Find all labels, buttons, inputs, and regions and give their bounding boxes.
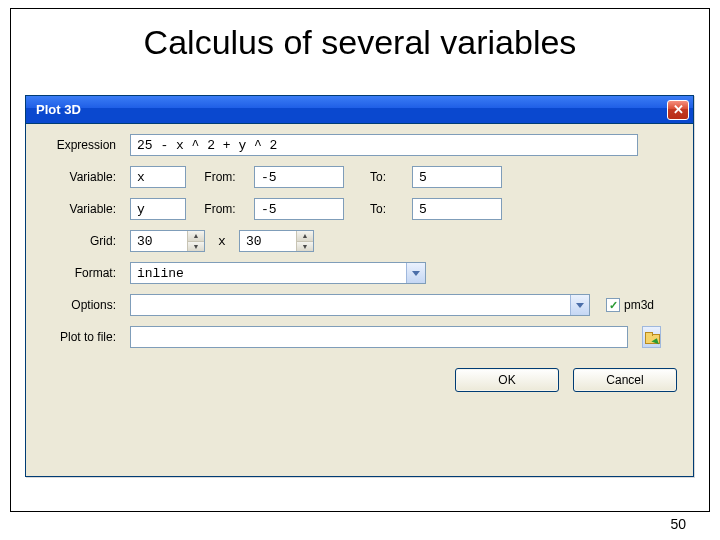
grid2-down[interactable]: ▼ — [296, 242, 313, 252]
browse-button[interactable] — [642, 326, 661, 348]
format-field[interactable]: inline — [131, 263, 406, 283]
plot3d-dialog: Plot 3D ✕ Expression 25 - x ^ 2 + y ^ 2 … — [25, 95, 694, 477]
pm3d-checkbox-wrap: ✓ pm3d — [606, 298, 654, 312]
grid1-down[interactable]: ▼ — [187, 242, 204, 252]
label-variable-1: Variable: — [36, 170, 122, 184]
grid1-spinner[interactable]: 30 ▲ ▼ — [130, 230, 205, 252]
variable1-input[interactable]: x — [130, 166, 186, 188]
chevron-down-icon — [576, 303, 584, 308]
grid1-up[interactable]: ▲ — [187, 231, 204, 242]
chevron-down-icon — [412, 271, 420, 276]
window-title: Plot 3D — [36, 102, 667, 117]
options-dropdown-button[interactable] — [570, 295, 589, 315]
label-format: Format: — [36, 266, 122, 280]
row-variable-y: Variable: y From: -5 To: 5 — [36, 198, 683, 220]
pm3d-label: pm3d — [624, 298, 654, 312]
row-grid: Grid: 30 ▲ ▼ x 30 ▲ ▼ — [36, 230, 683, 252]
plotfile-input[interactable] — [130, 326, 628, 348]
slide-title: Calculus of several variables — [11, 23, 709, 62]
label-to-1: To: — [352, 170, 404, 184]
ok-button[interactable]: OK — [455, 368, 559, 392]
close-icon: ✕ — [673, 102, 684, 117]
variable1-to-input[interactable]: 5 — [412, 166, 502, 188]
expression-input[interactable]: 25 - x ^ 2 + y ^ 2 — [130, 134, 638, 156]
label-from-1: From: — [194, 170, 246, 184]
grid2-up[interactable]: ▲ — [296, 231, 313, 242]
label-plotfile: Plot to file: — [36, 330, 122, 344]
page-number: 50 — [670, 516, 686, 532]
row-variable-x: Variable: x From: -5 To: 5 — [36, 166, 683, 188]
row-options: Options: ✓ pm3d — [36, 294, 683, 316]
pm3d-checkbox[interactable]: ✓ — [606, 298, 620, 312]
label-grid: Grid: — [36, 234, 122, 248]
label-from-2: From: — [194, 202, 246, 216]
slide-frame: Calculus of several variables Plot 3D ✕ … — [10, 8, 710, 512]
close-button[interactable]: ✕ — [667, 100, 689, 120]
grid2-input[interactable]: 30 — [240, 231, 296, 251]
grid1-input[interactable]: 30 — [131, 231, 187, 251]
grid-separator: x — [213, 234, 231, 249]
check-icon: ✓ — [609, 300, 618, 310]
row-plotfile: Plot to file: — [36, 326, 683, 348]
label-to-2: To: — [352, 202, 404, 216]
options-field[interactable] — [131, 295, 570, 315]
button-bar: OK Cancel — [36, 368, 683, 392]
variable1-from-input[interactable]: -5 — [254, 166, 344, 188]
variable2-input[interactable]: y — [130, 198, 186, 220]
row-format: Format: inline — [36, 262, 683, 284]
format-combo[interactable]: inline — [130, 262, 426, 284]
title-bar[interactable]: Plot 3D ✕ — [26, 96, 693, 124]
label-options: Options: — [36, 298, 122, 312]
options-combo[interactable] — [130, 294, 590, 316]
label-expression: Expression — [36, 138, 122, 152]
folder-icon — [645, 332, 658, 342]
grid2-spinner[interactable]: 30 ▲ ▼ — [239, 230, 314, 252]
cancel-button[interactable]: Cancel — [573, 368, 677, 392]
arrow-icon — [651, 337, 660, 344]
row-expression: Expression 25 - x ^ 2 + y ^ 2 — [36, 134, 683, 156]
format-dropdown-button[interactable] — [406, 263, 425, 283]
variable2-to-input[interactable]: 5 — [412, 198, 502, 220]
dialog-body: Expression 25 - x ^ 2 + y ^ 2 Variable: … — [26, 124, 693, 400]
label-variable-2: Variable: — [36, 202, 122, 216]
variable2-from-input[interactable]: -5 — [254, 198, 344, 220]
